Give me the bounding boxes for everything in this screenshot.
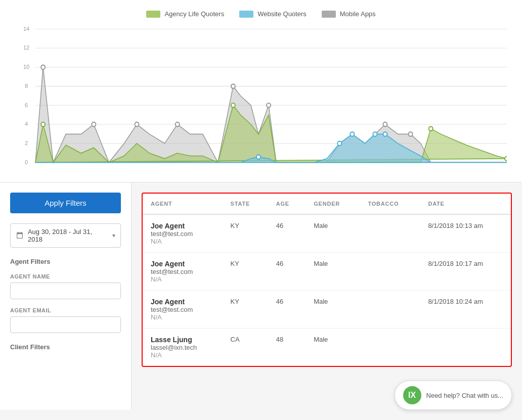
svg-point-37: [505, 157, 507, 161]
cell-gender: Male: [306, 329, 360, 366]
legend-label-website: Website Quoters: [257, 10, 307, 18]
col-tobacco: TOBACCO: [360, 194, 420, 214]
cell-date: 8/1/2018 10:24 am: [420, 291, 511, 329]
agent-email: test@test.com: [151, 268, 214, 275]
agent-email-input[interactable]: [10, 316, 121, 333]
agent-name: Lasse Ljung: [151, 336, 214, 344]
svg-point-35: [231, 103, 235, 108]
cell-age: 46: [268, 253, 306, 291]
svg-point-32: [383, 122, 387, 127]
cell-agent: Joe Agent test@test.com N/A: [143, 253, 223, 291]
table-header-row: AGENT STATE AGE GENDER TOBACCO DATE: [143, 194, 511, 214]
svg-point-29: [176, 122, 180, 127]
svg-text:0: 0: [25, 159, 28, 165]
cell-age: 46: [268, 214, 306, 253]
svg-point-30: [231, 84, 235, 88]
date-range-picker[interactable]: Aug 30, 2018 - Jul 31, 2018 ▾: [10, 223, 121, 248]
svg-point-34: [41, 122, 45, 127]
cell-age: 48: [268, 329, 306, 366]
chart-area: Agency Life Quoters Website Quoters Mobi…: [0, 0, 522, 182]
svg-point-42: [383, 132, 387, 136]
table-row: Joe Agent test@test.com N/A KY 46 Male 8…: [143, 214, 511, 253]
chat-widget[interactable]: IX Need help? Chat with us...: [395, 381, 512, 410]
chat-avatar: IX: [403, 386, 421, 404]
cell-tobacco: [360, 253, 420, 291]
agent-email-label: AGENT EMAIL: [10, 307, 121, 313]
cell-state: KY: [223, 253, 268, 291]
cell-date: 8/1/2018 10:13 am: [420, 214, 511, 253]
cell-tobacco: [360, 291, 420, 329]
cell-state: KY: [223, 214, 268, 253]
agent-na: N/A: [151, 313, 214, 321]
svg-text:8: 8: [25, 82, 28, 88]
line-chart: 0 2 4 6 8 10 12 14 Jul 31 Aug 05 Aug 10 …: [15, 25, 507, 167]
col-state: STATE: [223, 194, 268, 214]
apply-filters-button[interactable]: Apply Filters: [10, 193, 121, 213]
quotes-table: AGENT STATE AGE GENDER TOBACCO DATE Joe …: [143, 194, 511, 366]
chevron-down-icon: ▾: [112, 232, 115, 239]
legend-color-mobile: [322, 11, 336, 18]
legend-label-mobile: Mobile Apps: [340, 10, 376, 18]
agent-name-input[interactable]: [10, 283, 121, 299]
agent-name-label: AGENT NAME: [10, 273, 121, 279]
cell-tobacco: [360, 214, 420, 253]
svg-point-27: [92, 122, 96, 127]
col-age: AGE: [268, 194, 306, 214]
main-content: AGENT STATE AGE GENDER TOBACCO DATE Joe …: [132, 182, 522, 410]
agent-email: lassel@ixn.tech: [151, 344, 214, 351]
chart-legend: Agency Life Quoters Website Quoters Mobi…: [15, 10, 507, 18]
agent-na: N/A: [151, 275, 214, 283]
svg-point-39: [337, 141, 341, 146]
svg-text:14: 14: [23, 25, 30, 31]
bottom-area: Apply Filters Aug 30, 2018 - Jul 31, 201…: [0, 182, 522, 410]
agent-name: Joe Agent: [151, 260, 214, 268]
agent-email: test@test.com: [151, 306, 214, 313]
svg-text:6: 6: [25, 102, 28, 108]
cell-tobacco: [360, 329, 420, 366]
legend-mobile: Mobile Apps: [322, 10, 376, 18]
cell-agent: Joe Agent test@test.com N/A: [143, 214, 223, 253]
date-range-value: Aug 30, 2018 - Jul 31, 2018: [28, 228, 108, 243]
sidebar: Apply Filters Aug 30, 2018 - Jul 31, 201…: [0, 182, 132, 410]
chart-svg: 0 2 4 6 8 10 12 14 Jul 31 Aug 05 Aug 10 …: [15, 25, 507, 167]
svg-point-28: [135, 122, 139, 127]
svg-text:10: 10: [23, 64, 29, 70]
cell-gender: Male: [306, 253, 360, 291]
client-filters-label: Client Filters: [10, 343, 121, 351]
cell-gender: Male: [306, 214, 360, 253]
agent-na: N/A: [151, 238, 214, 245]
legend-agency: Agency Life Quoters: [146, 10, 224, 18]
cell-agent: Lasse Ljung lassel@ixn.tech N/A: [143, 329, 223, 366]
svg-text:12: 12: [23, 44, 29, 51]
agent-na: N/A: [151, 351, 214, 359]
svg-point-41: [373, 132, 377, 136]
cell-state: CA: [223, 329, 268, 366]
col-gender: GENDER: [306, 194, 360, 214]
legend-color-website: [239, 11, 253, 18]
svg-text:4: 4: [25, 121, 28, 127]
col-date: DATE: [420, 194, 511, 214]
agent-filters-label: Agent Filters: [10, 258, 121, 265]
table-row: Lasse Ljung lassel@ixn.tech N/A CA 48 Ma…: [143, 329, 511, 366]
svg-point-38: [256, 155, 260, 159]
svg-point-26: [41, 65, 45, 70]
cell-state: KY: [223, 291, 268, 329]
cell-agent: Joe Agent test@test.com N/A: [143, 291, 223, 329]
svg-point-40: [350, 132, 354, 136]
table-row: Joe Agent test@test.com N/A KY 46 Male 8…: [143, 253, 511, 291]
svg-point-31: [267, 103, 271, 108]
agent-name: Joe Agent: [151, 222, 214, 230]
agent-name: Joe Agent: [151, 298, 214, 306]
legend-color-agency: [146, 11, 160, 18]
agent-email: test@test.com: [151, 230, 214, 238]
svg-text:2: 2: [25, 140, 28, 146]
legend-website: Website Quoters: [239, 10, 307, 18]
col-agent: AGENT: [143, 194, 223, 214]
chat-label: Need help? Chat with us...: [426, 392, 503, 399]
svg-point-33: [409, 132, 413, 136]
calendar-icon: [16, 231, 24, 240]
cell-gender: Male: [306, 291, 360, 329]
svg-marker-24: [35, 105, 507, 162]
table-panel: AGENT STATE AGE GENDER TOBACCO DATE Joe …: [142, 193, 512, 367]
table-row: Joe Agent test@test.com N/A KY 46 Male 8…: [143, 291, 511, 329]
